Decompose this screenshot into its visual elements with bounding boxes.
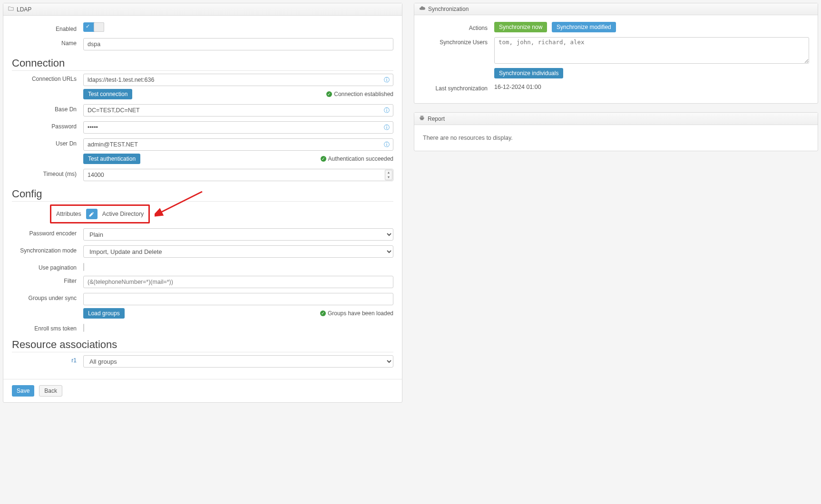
sync-mode-label: Synchronization mode [12,245,83,254]
synchronize-modified-button[interactable]: Synchronize modified [552,22,616,32]
test-authentication-button[interactable]: Test authentication [83,154,140,164]
ldap-panel-title: LDAP [17,6,31,13]
name-input[interactable] [83,38,393,50]
check-icon: ✓ [326,91,332,97]
name-label: Name [12,38,83,47]
cloud-icon [419,6,425,12]
last-sync-value: 16-12-2024 01:00 [494,84,541,90]
password-encoder-label: Password encoder [12,228,83,237]
synchronize-individuals-button[interactable]: Synchronize individuals [494,68,563,78]
check-icon: ✓ [320,310,326,316]
edit-attributes-button[interactable] [86,209,98,219]
timeout-input[interactable] [83,169,393,181]
folder-icon [8,6,14,13]
load-groups-button[interactable]: Load groups [83,308,125,319]
ldap-panel-header: LDAP [3,3,402,16]
info-icon[interactable]: ⓘ [384,76,390,84]
attributes-label: Attributes [56,211,81,217]
resource-select[interactable]: All groups [83,355,393,368]
synchronization-panel: Synchronization Actions Synchronize now … [414,3,818,104]
use-pagination-label: Use pagination [12,262,83,271]
check-icon: ✓ [86,23,90,29]
edit-icon [88,211,95,217]
sync-panel-header: Synchronization [414,3,818,15]
filter-label: Filter [12,276,83,284]
enroll-sms-toggle[interactable] [83,324,84,332]
active-directory-label: Active Directory [102,211,144,217]
sync-mode-select[interactable]: Import, Update and Delete [83,245,393,258]
user-dn-label: User Dn [12,138,83,147]
ldap-panel: LDAP Enabled ✓ Name [3,3,402,403]
report-panel-header: Report [414,113,818,125]
actions-label: Actions [423,23,494,31]
user-dn-input[interactable] [83,138,393,151]
filter-input[interactable] [83,276,393,288]
password-encoder-select[interactable]: Plain [83,228,393,241]
report-panel: Report There are no resources to display… [414,112,818,151]
print-icon [419,115,425,122]
base-dn-label: Base Dn [12,104,83,113]
groups-sync-label: Groups under sync [12,293,83,301]
base-dn-input[interactable] [83,104,393,116]
spinner-control[interactable]: ▲▼ [385,170,392,180]
connection-status: ✓ Connection established [326,91,393,97]
save-button[interactable]: Save [12,385,34,397]
enabled-label: Enabled [12,24,83,32]
sync-users-textarea[interactable] [494,37,809,64]
password-input[interactable] [83,121,393,134]
synchronize-now-button[interactable]: Synchronize now [494,22,547,32]
groups-status: ✓ Groups have been loaded [320,310,393,317]
sync-users-label: Synchronize Users [423,37,494,46]
groups-sync-input[interactable] [83,293,393,305]
report-panel-title: Report [428,116,445,122]
attributes-highlight: Attributes Active Directory [50,204,150,223]
info-icon[interactable]: ⓘ [384,107,390,115]
resource-assoc-title: Resource associations [12,339,393,352]
back-button[interactable]: Back [39,385,62,397]
enabled-toggle[interactable]: ✓ [83,22,104,32]
auth-status: ✓ Authentication succeeded [321,155,393,162]
timeout-label: Timeout (ms) [12,169,83,177]
resource-link-r1[interactable]: r1 [71,357,77,364]
use-pagination-toggle[interactable] [83,263,84,271]
test-connection-button[interactable]: Test connection [83,89,132,99]
last-sync-label: Last synchronization [423,83,494,92]
check-icon: ✓ [321,156,326,162]
connection-url-input[interactable] [83,74,393,86]
sync-panel-title: Synchronization [428,6,469,12]
connection-urls-label: Connection URLs [12,74,83,82]
report-empty-text: There are no resources to display. [423,132,809,144]
password-label: Password [12,121,83,130]
info-icon[interactable]: ⓘ [384,124,390,132]
enroll-sms-label: Enroll sms token [12,323,83,332]
info-icon[interactable]: ⓘ [384,141,390,149]
config-section-title: Config [12,188,393,202]
connection-section-title: Connection [12,57,393,71]
